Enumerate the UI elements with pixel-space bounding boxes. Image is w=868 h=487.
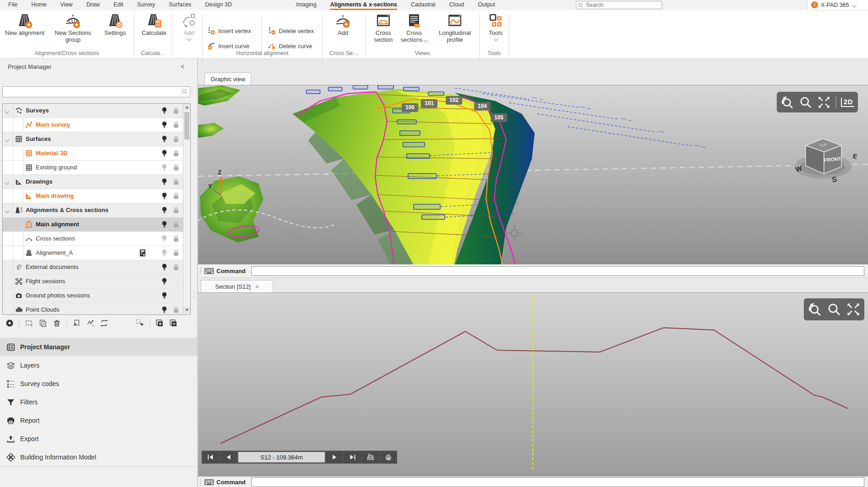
tree-search-input[interactable]: [3, 87, 179, 96]
last-section-button[interactable]: [344, 451, 362, 464]
visibility-bulb-icon[interactable]: [160, 135, 168, 143]
sidebar-item-export[interactable]: Export: [0, 430, 197, 448]
visibility-bulb-icon-off[interactable]: [160, 163, 168, 172]
tab-graphic-view[interactable]: Graphic view: [205, 73, 251, 85]
menu-view[interactable]: View: [61, 0, 73, 10]
menu-design3d[interactable]: Design 3D: [205, 0, 232, 10]
menu-output[interactable]: Output: [478, 0, 495, 10]
chevron-down-icon[interactable]: [5, 138, 10, 142]
sidebar-item-project-manager[interactable]: Project Manager: [0, 338, 197, 356]
toggle-2d-button[interactable]: 2D: [841, 98, 854, 107]
fit-view-icon[interactable]: [817, 95, 831, 109]
longitudinal-profile-button[interactable]: Longitudinal profile: [432, 13, 478, 43]
tree-row-flight-sessions[interactable]: Flight sessions: [3, 274, 190, 289]
zoom-extents-icon[interactable]: [807, 302, 822, 317]
tree-row-existing-ground[interactable]: Existing ground: [3, 161, 190, 175]
delete-vertex-button[interactable]: Delete vertex: [268, 27, 314, 35]
lock-icon[interactable]: [172, 135, 180, 143]
menu-imaging[interactable]: Imaging: [296, 0, 316, 10]
visibility-bulb-icon[interactable]: [160, 192, 168, 200]
graphic-3d-viewport[interactable]: Z Y 100 101 102 104 105 2D FRONT: [198, 85, 868, 265]
add-item-button[interactable]: [6, 319, 14, 327]
tree-row-material-3d[interactable]: Material 3D: [3, 146, 190, 161]
sidebar-item-filters[interactable]: Filters: [0, 393, 197, 411]
insert-curve-button[interactable]: Insert curve: [207, 42, 249, 50]
tree-row-cross-sections[interactable]: Cross sections: [3, 232, 190, 246]
visibility-bulb-icon-off[interactable]: [160, 235, 168, 243]
menu-survey[interactable]: Survey: [137, 0, 155, 10]
sidebar-item-report[interactable]: Report: [0, 411, 197, 430]
lock-icon[interactable]: [172, 235, 180, 242]
cross-section-view-button[interactable]: Cross section: [370, 13, 397, 43]
first-section-button[interactable]: [202, 451, 220, 464]
visibility-bulb-icon[interactable]: [160, 106, 168, 115]
lock-icon[interactable]: [172, 221, 180, 228]
lock-icon[interactable]: [172, 249, 180, 257]
expand-all-button[interactable]: [155, 319, 164, 327]
search-input[interactable]: [585, 1, 656, 9]
lock-icon[interactable]: [172, 207, 180, 214]
collapse-all-button[interactable]: [169, 319, 177, 327]
lock-icon[interactable]: [172, 121, 180, 129]
lock-icon[interactable]: [172, 107, 180, 114]
cross-sections-view-button[interactable]: Cross sections: [398, 13, 430, 43]
zoom-icon[interactable]: [827, 302, 841, 317]
tree-row-ground-photos-sessions[interactable]: Ground photos sessions: [3, 289, 190, 303]
pick-select-button[interactable]: [136, 319, 144, 327]
search-box[interactable]: [576, 1, 662, 9]
tree-row-drawings[interactable]: Drawings: [3, 175, 190, 189]
lock-icon[interactable]: [172, 164, 180, 171]
tree-row-main-survey[interactable]: Main survey: [3, 118, 190, 132]
tree-row-alignement-a[interactable]: Alignement_A: [3, 246, 190, 260]
tree-row-alignments-cross-sections[interactable]: Alignments & Cross sections: [3, 203, 190, 218]
next-section-button[interactable]: [326, 451, 344, 464]
menu-cloud[interactable]: Cloud: [449, 0, 464, 10]
drag-handle[interactable]: [200, 268, 201, 274]
command-input[interactable]: [251, 477, 864, 487]
visibility-bulb-icon[interactable]: [160, 206, 168, 214]
menu-cadastral[interactable]: Cadastral: [411, 0, 436, 10]
tree-row-external-documents[interactable]: External documents: [3, 260, 190, 274]
scrollbar-thumb[interactable]: [184, 112, 189, 140]
print-setup-button[interactable]: [362, 451, 380, 464]
fit-view-icon[interactable]: [846, 302, 861, 317]
tab-section-s12[interactable]: Section [S12] ×: [201, 280, 273, 293]
lock-icon[interactable]: [172, 150, 180, 157]
tree-row-surveys[interactable]: Surveys: [3, 104, 190, 118]
navigation-cube[interactable]: FRONT TOP W S E: [792, 133, 858, 185]
tree-search-box[interactable]: [2, 86, 190, 97]
close-tab-icon[interactable]: ×: [255, 283, 259, 291]
add-alignment-button-disabled[interactable]: Add: [177, 13, 201, 40]
copy-button[interactable]: [39, 319, 47, 327]
menu-draw[interactable]: Draw: [86, 0, 100, 10]
replace-button[interactable]: [72, 319, 81, 327]
tree-row-main-alignment[interactable]: Main alignment: [3, 218, 190, 232]
menu-home[interactable]: Home: [31, 0, 46, 10]
menu-surfaces[interactable]: Surfaces: [169, 0, 191, 10]
lock-icon[interactable]: [172, 263, 180, 271]
scroll-down-button[interactable]: [183, 307, 190, 313]
zoom-extents-icon[interactable]: [780, 95, 794, 109]
sidebar-item-bim[interactable]: Building Information Model: [0, 448, 197, 466]
settings-button[interactable]: Settings: [99, 13, 131, 36]
previous-section-button[interactable]: [220, 451, 238, 464]
tree-scrollbar[interactable]: [183, 104, 190, 313]
tree-row-point-clouds[interactable]: Point Clouds: [3, 303, 190, 315]
command-input[interactable]: [251, 266, 864, 276]
chevron-down-icon[interactable]: [5, 180, 10, 185]
visibility-bulb-icon[interactable]: [160, 220, 168, 229]
visibility-bulb-icon[interactable]: [160, 263, 168, 271]
visibility-bulb-icon-off[interactable]: [160, 249, 168, 257]
move-items-button[interactable]: [86, 319, 94, 327]
new-alignment-button[interactable]: New alignment: [2, 13, 48, 36]
menu-edit[interactable]: Edit: [114, 0, 124, 10]
scroll-up-button[interactable]: [183, 104, 190, 111]
delete-button[interactable]: [53, 319, 61, 327]
tools-button[interactable]: Tools: [482, 13, 509, 40]
visibility-bulb-icon[interactable]: [160, 149, 168, 157]
lock-icon[interactable]: [172, 178, 180, 185]
menu-alignments-xsections[interactable]: Alignments & x-sections: [330, 0, 397, 10]
visibility-bulb-icon[interactable]: [160, 121, 168, 129]
visibility-bulb-icon[interactable]: [160, 178, 168, 186]
chevron-down-icon[interactable]: [5, 209, 10, 213]
